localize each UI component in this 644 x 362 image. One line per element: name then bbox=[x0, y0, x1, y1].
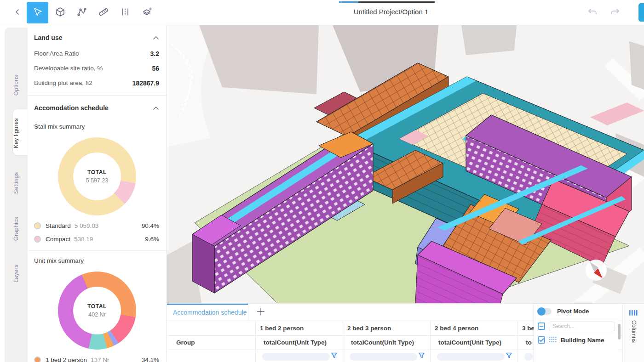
panel-scrollbar-thumb[interactable] bbox=[618, 324, 621, 339]
volume-tool-button[interactable] bbox=[49, 2, 71, 23]
donut-total-label: TOTAL bbox=[87, 303, 107, 310]
group-column-header[interactable]: Group bbox=[176, 339, 195, 346]
accommodation-title: Accomodation schedule bbox=[34, 104, 109, 112]
key-figures-panel: Land use Floor Area Ratio 3.2 Developabl… bbox=[28, 25, 167, 362]
undo-button[interactable] bbox=[581, 2, 603, 23]
column-subheader[interactable]: to bbox=[526, 339, 532, 346]
legend-value: 5 059.03 bbox=[75, 222, 99, 229]
share-button[interactable] bbox=[638, 3, 644, 22]
filter-funnel-icon[interactable] bbox=[418, 352, 425, 361]
columns-tab-label: Columns bbox=[631, 320, 637, 343]
measure-tool-button[interactable] bbox=[92, 2, 114, 23]
undo-icon bbox=[587, 6, 598, 19]
3d-scene bbox=[167, 25, 644, 303]
land-use-row: Floor Area Ratio 3.2 bbox=[28, 46, 167, 61]
filter-input[interactable] bbox=[524, 353, 533, 361]
building-name-checkbox[interactable] bbox=[538, 336, 545, 344]
legend-row-standard: Standard 5 059.03 90.4% bbox=[28, 219, 167, 232]
sidebar-tab-settings[interactable]: Settings bbox=[5, 158, 28, 208]
top-toolbar: Untitled Project/Option 1 bbox=[0, 0, 644, 25]
column-separator bbox=[255, 321, 256, 362]
polyline-icon bbox=[76, 6, 87, 19]
column-header[interactable]: 3 be bbox=[522, 325, 535, 332]
donut-total-label: TOTAL bbox=[87, 169, 107, 175]
column-header[interactable]: 2 bed 3 person bbox=[347, 325, 391, 332]
legend-percent: 90.4% bbox=[142, 222, 159, 229]
sidebar-tab-key-figures[interactable]: Key figures bbox=[5, 108, 28, 158]
sidebar-tab-graphics[interactable]: Graphics bbox=[5, 204, 28, 254]
filter-input[interactable] bbox=[262, 353, 330, 361]
select-tool-button[interactable] bbox=[27, 2, 48, 23]
redo-button[interactable] bbox=[604, 2, 626, 23]
legend-row-1bed2person: 1 bed 2 person 137 Nr 34.1% bbox=[28, 353, 167, 362]
column-item-building-name[interactable]: Building Name bbox=[534, 333, 619, 347]
column-separator bbox=[343, 321, 343, 362]
legend-percent: 9.6% bbox=[145, 236, 159, 243]
metric-value: 182867.9 bbox=[132, 79, 159, 87]
project-title[interactable]: Untitled Project/Option 1 bbox=[322, 8, 460, 16]
pivot-mode-label: Pivot Mode bbox=[557, 308, 589, 315]
legend-row-compact: Compact 538.19 9.6% bbox=[28, 232, 167, 246]
add-layer-tool-button[interactable] bbox=[136, 2, 157, 23]
stall-mix-donut-chart: TOTAL 5 597.23 bbox=[58, 137, 136, 215]
metric-label: Floor Area Ratio bbox=[34, 50, 79, 57]
filter-funnel-icon[interactable] bbox=[506, 352, 512, 361]
legend-percent: 34.1% bbox=[142, 356, 159, 362]
column-header[interactable]: 1 bed 2 person bbox=[260, 325, 304, 332]
pivot-tool-panel: Pivot Mode Building Name bbox=[534, 304, 619, 362]
column-separator bbox=[518, 321, 518, 362]
3d-viewport[interactable] bbox=[167, 25, 644, 303]
back-button[interactable] bbox=[6, 2, 28, 23]
sidebar-tab-layers[interactable]: Layers bbox=[5, 248, 28, 299]
columns-icon bbox=[629, 309, 638, 317]
sidebar-tab-options[interactable]: Options bbox=[5, 60, 28, 110]
column-search-input[interactable] bbox=[549, 322, 615, 331]
land-use-section-header[interactable]: Land use bbox=[28, 25, 167, 46]
building-name-label: Building Name bbox=[561, 337, 604, 344]
unit-mix-subtitle: Unit mix summary bbox=[28, 251, 167, 267]
donut-total-value: 402 Nr bbox=[88, 311, 106, 318]
ruler-icon bbox=[98, 6, 109, 19]
columns-side-tab[interactable]: Columns bbox=[622, 304, 644, 362]
pivot-mode-row: Pivot Mode bbox=[534, 304, 619, 319]
legend-value: 137 Nr bbox=[91, 356, 109, 362]
column-subheader[interactable]: totalCount(Unit Type) bbox=[264, 339, 327, 346]
collapse-chevron-icon[interactable] bbox=[153, 104, 159, 112]
pivot-mode-toggle[interactable] bbox=[538, 308, 552, 315]
legend-label: Compact bbox=[46, 236, 70, 243]
column-subheader[interactable]: totalCount(Unit Type) bbox=[438, 339, 501, 346]
tab-accommodation-schedule[interactable]: Accommodation schedule bbox=[167, 304, 248, 321]
sync-progress-bar bbox=[339, 1, 435, 3]
section-lines-icon bbox=[120, 6, 131, 19]
column-search-row bbox=[534, 319, 619, 333]
donut-center: TOTAL 402 Nr bbox=[73, 287, 121, 334]
compass[interactable] bbox=[586, 260, 607, 281]
donut-center: TOTAL 5 597.23 bbox=[73, 153, 121, 200]
legend-label: 1 bed 2 person bbox=[46, 356, 87, 362]
land-use-row: Building plot area, ft2 182867.9 bbox=[28, 76, 167, 90]
cube-icon bbox=[55, 6, 66, 19]
donut-total-value: 5 597.23 bbox=[86, 177, 109, 184]
unit-mix-donut-chart: TOTAL 402 Nr bbox=[58, 272, 136, 350]
column-separator bbox=[430, 321, 431, 362]
add-table-tab-button[interactable] bbox=[253, 305, 268, 320]
chevron-left-icon bbox=[14, 8, 21, 17]
legend-dot bbox=[34, 356, 41, 362]
legend-dot bbox=[34, 236, 41, 243]
section-tool-button[interactable] bbox=[114, 2, 136, 23]
cursor-arrow-icon bbox=[31, 6, 44, 20]
legend-value: 538.19 bbox=[74, 236, 93, 243]
legend-dot bbox=[34, 222, 41, 229]
polyline-tool-button[interactable] bbox=[71, 2, 92, 23]
column-subheader[interactable]: totalCount(Unit Type) bbox=[351, 339, 414, 346]
select-all-checkbox[interactable] bbox=[538, 322, 545, 330]
plus-icon bbox=[256, 306, 266, 318]
metric-value: 3.2 bbox=[150, 50, 159, 57]
collapse-chevron-icon[interactable] bbox=[153, 34, 159, 42]
filter-input[interactable] bbox=[350, 353, 417, 361]
filter-input[interactable] bbox=[437, 353, 505, 361]
filter-funnel-icon[interactable] bbox=[331, 352, 338, 361]
column-header[interactable]: 2 bed 4 person bbox=[435, 325, 478, 332]
drag-handle-icon[interactable] bbox=[549, 336, 557, 344]
accommodation-section-header[interactable]: Accomodation schedule bbox=[28, 96, 167, 117]
